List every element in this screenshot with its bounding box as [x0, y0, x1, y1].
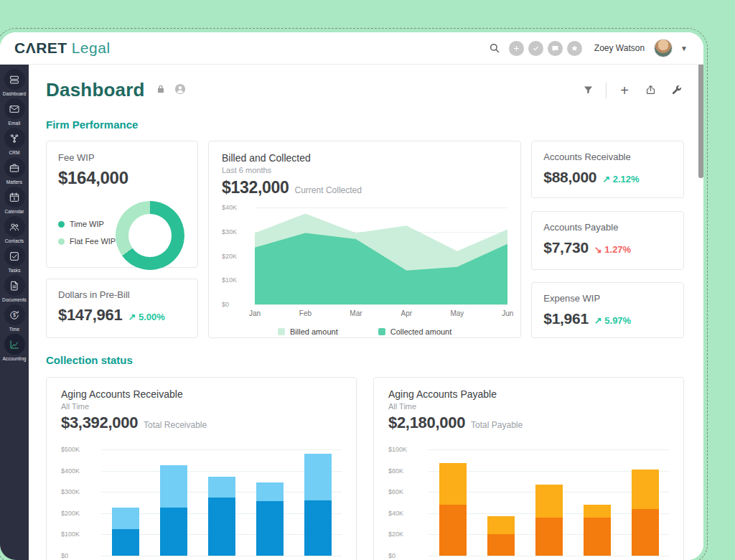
x-axis-labels: JanFebMarAprMayJun	[255, 309, 507, 321]
top-bar: CΛRET Legal Zoey Watson ▼	[0, 32, 703, 65]
sidebar-item-crm[interactable]: CRM	[0, 128, 29, 155]
card-title: Aging Accounts Receivable	[61, 388, 342, 400]
legend-item: Collected amount	[378, 327, 452, 336]
bar-segment	[304, 500, 332, 556]
bar-segment	[208, 477, 235, 498]
section-firm-performance: Firm Performance	[46, 118, 684, 131]
sidebar-item-email[interactable]: Email	[0, 98, 29, 126]
y-axis-tick-label: $20K	[222, 253, 237, 260]
bar-segment	[632, 470, 659, 509]
area-chart[interactable]: $40K$30K$20K$10K$0	[222, 207, 507, 304]
add-widget-icon[interactable]: +	[617, 83, 632, 98]
sidebar-item-calendar[interactable]: Calendar	[0, 187, 29, 214]
legend-item: Billed amount	[278, 327, 338, 336]
legend-item: Time WIP	[58, 220, 116, 228]
sidebar-item-documents[interactable]: Documents	[0, 275, 29, 302]
y-axis-tick-label: $0	[388, 552, 395, 559]
pre-bill-card: Dollars in Pre-Bill $147,961 ↗ 5.00%	[46, 279, 198, 338]
sidebar-item-contacts[interactable]: Contacts	[0, 216, 29, 243]
bar-stack[interactable]	[535, 485, 563, 556]
bar-segment	[256, 482, 284, 501]
gridline	[101, 556, 342, 556]
y-axis-tick-label: $300K	[61, 488, 80, 495]
y-axis-tick-label: $100K	[61, 531, 80, 538]
bar-segment	[160, 508, 187, 556]
bar-stack[interactable]	[112, 508, 139, 556]
x-axis-tick-label: Jan	[249, 309, 261, 317]
bar-stack[interactable]	[160, 465, 187, 556]
bar-stack[interactable]	[304, 454, 332, 556]
bar-stack[interactable]	[487, 516, 515, 556]
bar-stack[interactable]	[584, 505, 611, 556]
check-circle-icon[interactable]	[528, 41, 543, 56]
add-circle-icon[interactable]	[509, 41, 524, 56]
sidebar-item-time[interactable]: $Time	[0, 304, 29, 332]
filter-icon[interactable]	[580, 83, 596, 98]
y-axis-tick-label: $40K	[388, 510, 403, 517]
vertical-scrollbar[interactable]	[698, 65, 703, 178]
area-chart-plot	[255, 207, 507, 304]
gridline	[429, 556, 669, 556]
pre-bill-value: $147,961	[58, 306, 122, 325]
sidebar-item-label: Accounting	[2, 356, 26, 361]
card-subtitle: Last 6 months	[222, 166, 507, 174]
chat-circle-icon[interactable]	[548, 41, 563, 56]
sidebar-item-dashboard[interactable]: Dashboard	[0, 69, 29, 96]
sidebar-item-matters[interactable]: Matters	[0, 157, 29, 185]
sidebar-item-accounting[interactable]: Accounting	[0, 334, 29, 361]
card-title: Dollars in Pre-Bill	[58, 289, 186, 300]
y-axis-tick-label: $60K	[388, 488, 403, 495]
value-suffix: Total Receivable	[144, 420, 207, 430]
fee-wip-donut-chart[interactable]	[116, 201, 184, 270]
sidebar-item-label: Matters	[6, 179, 22, 185]
sidebar-item-label: Calendar	[4, 209, 24, 214]
x-axis-tick-label: Mar	[350, 309, 362, 317]
accounts-receivable-value: $88,000	[543, 169, 596, 186]
card-title: Aging Accounts Payable	[388, 388, 669, 400]
y-axis-tick-label: $100K	[388, 446, 407, 453]
dashboard-icon	[4, 69, 25, 90]
tasks-icon	[4, 246, 25, 266]
sidebar-item-tasks[interactable]: Tasks	[0, 246, 29, 273]
sidebar-item-label: Tasks	[8, 268, 20, 273]
crm-icon	[4, 128, 25, 149]
bar-stack[interactable]	[439, 463, 467, 556]
aging-payable-bar-chart[interactable]: $100K$80K$60K$40K$20K$0	[388, 449, 669, 556]
x-axis-tick-label: Feb	[299, 309, 312, 317]
bar-segment	[112, 508, 139, 529]
sidebar-item-label: Contacts	[5, 238, 24, 243]
bar-stack[interactable]	[208, 477, 235, 556]
section-collection-status: Collection status	[46, 354, 684, 366]
bar-segment	[535, 518, 563, 556]
y-axis-tick-label: $400K	[61, 467, 80, 475]
accounts-payable-value: $7,730	[543, 239, 588, 256]
aging-receivable-bar-chart[interactable]: $500K$400K$300K$200K$100K$0	[61, 449, 342, 556]
x-axis-tick-label: Jun	[502, 309, 513, 317]
export-icon[interactable]	[642, 83, 658, 98]
sidebar-item-label: Time	[9, 327, 20, 332]
user-avatar[interactable]	[654, 39, 673, 57]
star-circle-icon[interactable]	[567, 41, 582, 56]
brand-logo[interactable]: CΛRET Legal	[14, 39, 111, 57]
time-icon: $	[4, 304, 25, 325]
user-menu-caret-icon[interactable]: ▼	[680, 45, 688, 52]
bar-segment	[584, 505, 611, 518]
accounts-payable-card: Accounts Payable $7,730 ↘ 1.27%	[531, 211, 684, 270]
lock-icon	[155, 83, 167, 98]
y-axis-tick-label: $200K	[61, 510, 80, 517]
user-name[interactable]: Zoey Watson	[594, 43, 645, 53]
card-title: Accounts Receivable	[543, 151, 672, 162]
bar-stack[interactable]	[256, 482, 284, 556]
collected-value: $132,000	[222, 178, 289, 197]
area-chart-legend: Billed amountCollected amount	[222, 327, 507, 336]
card-subtitle: All Time	[388, 402, 669, 411]
fee-wip-value: $164,000	[58, 168, 186, 188]
delta-badge: ↗ 2.12%	[602, 174, 639, 185]
settings-wrench-icon[interactable]	[668, 83, 684, 98]
bar-stack[interactable]	[632, 470, 659, 556]
bar-segment	[160, 465, 187, 507]
y-axis-tick-label: $10K	[222, 276, 237, 284]
bar-segment	[112, 529, 139, 556]
search-icon[interactable]	[487, 40, 502, 56]
y-axis-tick-label: $0	[61, 552, 68, 559]
